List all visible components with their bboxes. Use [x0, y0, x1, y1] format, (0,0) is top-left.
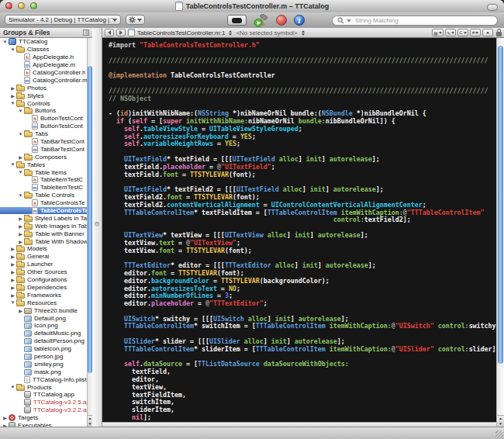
tree-item-buttontestcont[interactable]: ButtonTestCont [0, 115, 87, 123]
disclosure-closed-icon[interactable]: ▶ [9, 261, 16, 267]
tree-item-classes[interactable]: ▼Classes [0, 46, 87, 54]
disclosure-open-icon[interactable]: ▼ [9, 162, 16, 167]
editor-scrollbar[interactable]: ▲ ▼ [496, 38, 504, 427]
tree-item-controls[interactable]: ▼Controls [0, 99, 87, 107]
tree-item-ttcatalog-v3-2-2-app[interactable]: TTCatalog-v3.2.2.app [0, 406, 87, 414]
tree-item-resources[interactable]: ▼Resources [0, 299, 87, 306]
scroll-down-icon[interactable]: ▼ [497, 421, 504, 427]
tree-item-default-png[interactable]: Default.png [0, 314, 87, 322]
tree-item-buttontestcont[interactable]: ButtonTestCont [0, 123, 87, 130]
tree-item-table-items[interactable]: ▼Table Items [0, 168, 87, 176]
disclosure-closed-icon[interactable]: ▶ [9, 277, 16, 282]
tree-item-targets[interactable]: ▶Targets [0, 414, 87, 422]
tree-item-web-images-in-tab[interactable]: ▶Web Images in Tab [0, 222, 87, 230]
disclosure-closed-icon[interactable]: ▶ [9, 254, 16, 259]
bookmarks-button[interactable]: ▤ [432, 29, 444, 36]
tree-item-tableicon-png[interactable]: tableIcon.png [0, 345, 87, 353]
tree-item-mask-png[interactable]: mask.png [0, 368, 87, 375]
tree-item-smiley-png[interactable]: smiley.png [0, 360, 87, 368]
tree-item-three20-bundle[interactable]: ▶Three20.bundle [0, 306, 87, 314]
back-button[interactable] [105, 29, 114, 36]
lock-icon[interactable] [496, 32, 502, 36]
disclosure-open-icon[interactable]: ▼ [17, 132, 24, 137]
tree-item-tabbartestcont[interactable]: TabBarTestCont [0, 138, 87, 146]
tree-item-photos[interactable]: ▶Photos [0, 84, 87, 92]
zoom-button[interactable] [30, 2, 37, 9]
tree-item-icon-png[interactable]: Icon.png [0, 322, 87, 330]
includes-button[interactable]: ● [482, 29, 493, 36]
tree-item-products[interactable]: ▼Products [0, 383, 87, 391]
disclosure-open-icon[interactable]: ▼ [9, 300, 16, 305]
tree-item-table-with-banner[interactable]: ▶Table with Banner [0, 230, 87, 237]
tree-item-tabs[interactable]: ▼Tabs [0, 130, 87, 138]
column-toggle-icon[interactable] [83, 29, 89, 36]
disclosure-closed-icon[interactable]: ▶ [17, 308, 24, 313]
tree-item-person-jpg[interactable]: person.jpg [0, 353, 87, 361]
search-field[interactable] [332, 16, 498, 26]
disclosure-open-icon[interactable]: ▼ [17, 109, 24, 113]
disclosure-closed-icon[interactable]: ▶ [17, 239, 24, 244]
tree-item-ttcatalog-app[interactable]: TTCatalog.app [0, 391, 87, 399]
tree-item-frameworks[interactable]: ▶Frameworks [0, 291, 87, 299]
tree-item-general[interactable]: ▶General [0, 253, 87, 261]
tree-item-tables[interactable]: ▼Tables [0, 161, 87, 168]
disclosure-open-icon[interactable]: ▼ [17, 170, 24, 175]
tree-item-configurations[interactable]: ▶Configurations [0, 276, 87, 284]
tree-item-other-sources[interactable]: ▶Other Sources [0, 268, 87, 276]
disclosure-open-icon[interactable]: ▼ [17, 193, 24, 198]
search-input[interactable] [354, 16, 492, 25]
tree-item-appdelegate-h[interactable]: AppDelegate.h [0, 54, 87, 61]
groups-files-tree[interactable]: ▼TTCatalog▼ClassesAppDelegate.hAppDelega… [0, 38, 87, 427]
pending-edits-button[interactable]: ✎ [445, 29, 456, 36]
tree-item-tablecontrolste[interactable]: TableControlsTe [0, 199, 87, 207]
tree-item-styled-labels-in-ta[interactable]: ▶Styled Labels in Ta [0, 214, 87, 222]
disclosure-closed-icon[interactable]: ▶ [17, 216, 24, 221]
tree-item-tabbartestcont[interactable]: TabBarTestCont [0, 145, 87, 153]
scroll-up-icon[interactable]: ▲ [497, 416, 504, 421]
toolbar-toggle-lozenge[interactable] [487, 4, 498, 11]
disclosure-open-icon[interactable]: ▼ [2, 40, 9, 44]
tree-item-launcher[interactable]: ▶Launcher [0, 261, 87, 268]
titlebar[interactable]: TableControlsTestController.m – TTCatalo… [0, 0, 504, 13]
file-popup[interactable]: TableControlsTestController.m:1 [137, 29, 225, 36]
forward-button[interactable] [116, 29, 126, 36]
disclosure-closed-icon[interactable]: ▶ [9, 93, 16, 99]
disclosure-closed-icon[interactable]: ▶ [9, 269, 16, 275]
tree-item-buttons[interactable]: ▼Buttons [0, 107, 87, 115]
build-and-run-button[interactable] [254, 14, 269, 27]
editor-scrollbar-thumb[interactable] [498, 46, 503, 364]
document-proxy-icon[interactable] [175, 2, 183, 11]
sidebar-scrollbar[interactable]: ▲ ▼ [87, 38, 92, 427]
stop-button[interactable] [276, 15, 287, 26]
disclosure-closed-icon[interactable]: ▶ [9, 285, 16, 290]
tree-item-styles[interactable]: ▶Styles [0, 92, 87, 99]
close-button[interactable] [5, 2, 12, 9]
tree-item-tableitemtestc[interactable]: TableItemTestC [0, 184, 87, 192]
disclosure-closed-icon[interactable]: ▶ [17, 231, 24, 237]
counterparts-button[interactable]: C [457, 29, 468, 36]
tree-item-appdelegate-m[interactable]: AppDelegate.m [0, 61, 87, 69]
tree-item-ttcatalog[interactable]: ▼TTCatalog [0, 38, 87, 46]
tree-item-catalogcontroller-m[interactable]: CatalogController.m [0, 76, 87, 84]
disclosure-open-icon[interactable]: ▼ [9, 47, 16, 52]
editor-scroll-arrows[interactable]: ▲ ▼ [497, 415, 504, 427]
overview-popup[interactable]: Simulator - 4.2 | Debug | TTCatalog | TT… [5, 15, 121, 25]
tree-item-defaultperson-png[interactable]: defaultPerson.png [0, 337, 87, 345]
tree-item-ttcatalog-info-plist[interactable]: TTCatalog-Info.plist [0, 375, 87, 383]
tree-item-tablecontrolste[interactable]: TableControlsTe [0, 207, 87, 215]
disclosure-closed-icon[interactable]: ▶ [9, 246, 16, 251]
info-button[interactable]: i [294, 15, 305, 26]
disclosure-open-icon[interactable]: ▼ [9, 101, 16, 105]
tree-item-models[interactable]: ▶Models [0, 245, 87, 253]
disclosure-closed-icon[interactable]: ▶ [17, 154, 24, 160]
tree-item-table-controls[interactable]: ▼Table Controls [0, 192, 87, 199]
tree-item-defaultmusic-png[interactable]: defaultMusic.png [0, 330, 87, 337]
disclosure-closed-icon[interactable]: ▶ [9, 292, 16, 298]
action-gear-button[interactable] [126, 15, 145, 25]
prefix-button[interactable]: # [470, 29, 481, 36]
tree-item-dependencies[interactable]: ▶Dependencies [0, 284, 87, 292]
tree-item-catalogcontroller-h[interactable]: CatalogController.h [0, 69, 87, 77]
disclosure-closed-icon[interactable]: ▶ [9, 85, 16, 91]
tree-item-table-with-shadow[interactable]: ▶Table With Shadow [0, 237, 87, 245]
tree-item-tableitemtestc[interactable]: TableItemTestC [0, 176, 87, 184]
